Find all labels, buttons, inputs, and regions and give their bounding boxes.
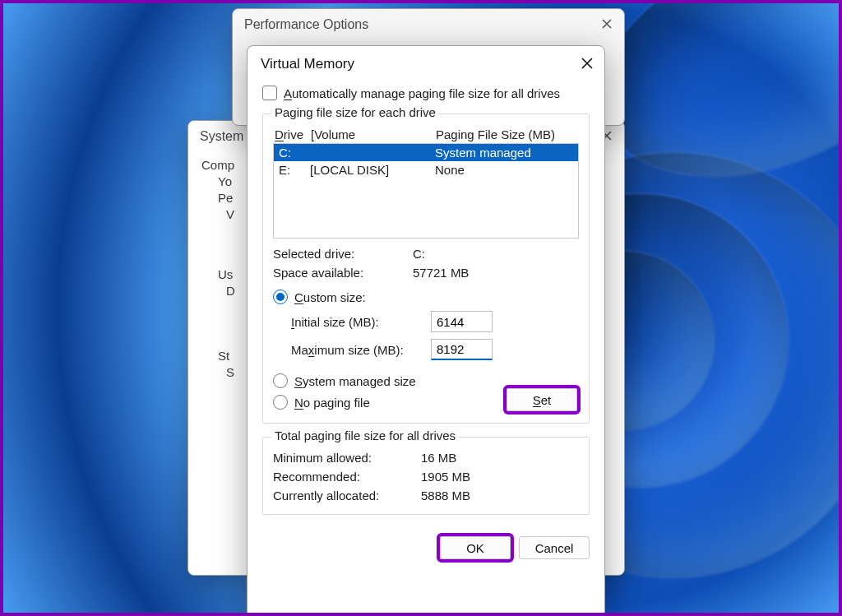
custom-size-label: Custom size: [294,290,366,304]
currently-allocated-value: 5888 MB [421,489,470,503]
initial-size-input[interactable] [431,311,493,332]
group-legend: Paging file size for each drive [271,105,439,119]
no-paging-file-label: No paging file [294,396,370,410]
minimum-allowed-label: Minimum allowed: [273,451,421,465]
virtual-memory-dialog: Virtual Memory Automatically manage pagi… [247,45,605,616]
group-legend: Total paging file size for all drives [271,428,459,442]
radio-icon [273,373,288,388]
radio-icon [273,395,288,410]
drive-list-header: Drive [Volume Paging File Size (MB) [275,127,579,141]
space-available-value: 57721 MB [413,266,469,280]
drive-row[interactable]: C: System managed [274,144,578,161]
dialog-title-virtual-memory: Virtual Memory [261,56,354,72]
system-managed-label: System managed size [294,374,416,388]
currently-allocated-label: Currently allocated: [273,489,421,503]
recommended-label: Recommended: [273,470,421,484]
system-managed-radio[interactable]: System managed size [273,373,579,388]
paging-per-drive-group: Paging file size for each drive Drive [V… [262,113,590,424]
radio-icon [273,289,288,304]
paging-total-group: Total paging file size for all drives Mi… [262,437,590,515]
checkbox-icon [262,86,277,100]
recommended-value: 1905 MB [421,470,470,484]
dialog-title-system: System [200,129,243,144]
maximum-size-input[interactable] [431,339,493,360]
dialog-title-performance: Performance Options [244,17,368,32]
drive-row[interactable]: E: [LOCAL DISK] None [274,161,578,178]
space-available-label: Space available: [273,266,413,280]
drive-list[interactable]: C: System managed E: [LOCAL DISK] None [273,143,579,239]
custom-size-radio[interactable]: Custom size: [273,289,579,304]
selected-drive-label: Selected drive: [273,247,413,261]
close-icon[interactable] [601,18,613,32]
set-button[interactable]: Set [507,388,577,411]
cancel-button[interactable]: Cancel [519,536,590,559]
minimum-allowed-value: 16 MB [421,451,456,465]
initial-size-label: Initial size (MB): [291,315,423,329]
auto-manage-label: Automatically manage paging file size fo… [284,86,560,100]
auto-manage-checkbox[interactable]: Automatically manage paging file size fo… [262,86,590,100]
close-icon[interactable] [581,58,593,72]
selected-drive-value: C: [413,247,425,261]
maximum-size-label: Maximum size (MB): [291,343,423,357]
ok-button[interactable]: OK [440,536,511,559]
